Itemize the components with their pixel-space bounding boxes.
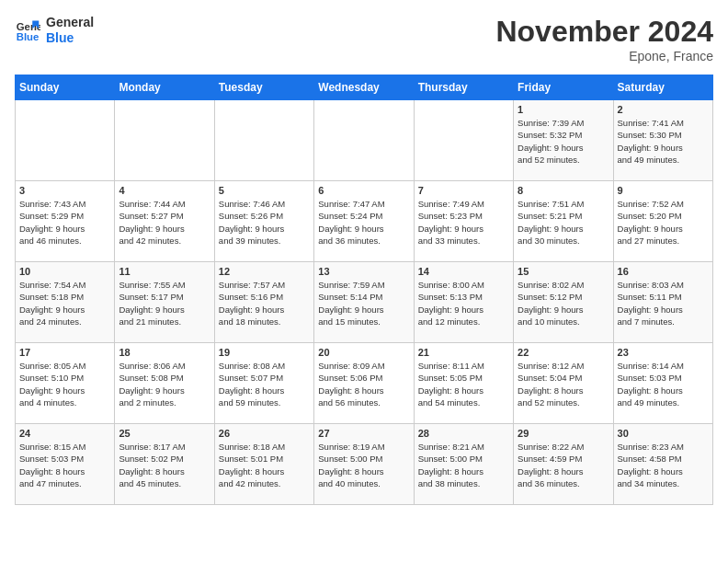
day-number: 9	[618, 185, 709, 196]
day-info: Sunrise: 7:57 AM Sunset: 5:16 PM Dayligh…	[219, 279, 310, 327]
calendar-cell: 29Sunrise: 8:22 AM Sunset: 4:59 PM Dayli…	[514, 424, 613, 505]
calendar-cell: 27Sunrise: 8:19 AM Sunset: 5:00 PM Dayli…	[314, 424, 414, 505]
calendar-table: SundayMondayTuesdayWednesdayThursdayFrid…	[15, 75, 713, 505]
day-number: 15	[518, 266, 609, 277]
calendar-cell: 23Sunrise: 8:14 AM Sunset: 5:03 PM Dayli…	[613, 343, 712, 424]
header-friday: Friday	[514, 75, 613, 100]
calendar-cell: 11Sunrise: 7:55 AM Sunset: 5:17 PM Dayli…	[115, 262, 214, 343]
week-row-2: 3Sunrise: 7:43 AM Sunset: 5:29 PM Daylig…	[16, 181, 713, 262]
week-row-5: 24Sunrise: 8:15 AM Sunset: 5:03 PM Dayli…	[16, 424, 713, 505]
calendar-cell: 12Sunrise: 7:57 AM Sunset: 5:16 PM Dayli…	[214, 262, 313, 343]
day-number: 30	[618, 428, 709, 439]
calendar-cell	[314, 100, 414, 181]
day-info: Sunrise: 8:06 AM Sunset: 5:08 PM Dayligh…	[119, 360, 210, 408]
day-number: 12	[219, 266, 310, 277]
day-info: Sunrise: 7:54 AM Sunset: 5:18 PM Dayligh…	[19, 279, 110, 327]
calendar-cell: 22Sunrise: 8:12 AM Sunset: 5:04 PM Dayli…	[514, 343, 613, 424]
calendar-cell: 13Sunrise: 7:59 AM Sunset: 5:14 PM Dayli…	[314, 262, 414, 343]
calendar-cell: 7Sunrise: 7:49 AM Sunset: 5:23 PM Daylig…	[414, 181, 513, 262]
day-number: 1	[518, 104, 609, 115]
day-number: 4	[119, 185, 210, 196]
week-row-3: 10Sunrise: 7:54 AM Sunset: 5:18 PM Dayli…	[16, 262, 713, 343]
day-info: Sunrise: 8:09 AM Sunset: 5:06 PM Dayligh…	[318, 360, 409, 408]
page-header: General Blue General Blue November 2024 …	[15, 15, 713, 63]
calendar-cell: 3Sunrise: 7:43 AM Sunset: 5:29 PM Daylig…	[16, 181, 115, 262]
day-info: Sunrise: 8:08 AM Sunset: 5:07 PM Dayligh…	[219, 360, 310, 408]
day-info: Sunrise: 8:14 AM Sunset: 5:03 PM Dayligh…	[618, 360, 709, 408]
calendar-cell: 24Sunrise: 8:15 AM Sunset: 5:03 PM Dayli…	[16, 424, 115, 505]
day-number: 22	[518, 347, 609, 358]
day-number: 23	[618, 347, 709, 358]
calendar-cell: 14Sunrise: 8:00 AM Sunset: 5:13 PM Dayli…	[414, 262, 513, 343]
calendar-cell: 4Sunrise: 7:44 AM Sunset: 5:27 PM Daylig…	[115, 181, 214, 262]
day-number: 2	[618, 104, 709, 115]
logo-icon: General Blue	[15, 17, 40, 43]
day-info: Sunrise: 7:44 AM Sunset: 5:27 PM Dayligh…	[119, 198, 210, 247]
header-sunday: Sunday	[16, 75, 115, 100]
day-info: Sunrise: 8:19 AM Sunset: 5:00 PM Dayligh…	[318, 441, 409, 489]
calendar-body: 1Sunrise: 7:39 AM Sunset: 5:32 PM Daylig…	[16, 100, 713, 505]
day-info: Sunrise: 7:51 AM Sunset: 5:21 PM Dayligh…	[518, 198, 609, 247]
day-number: 3	[19, 185, 110, 196]
day-info: Sunrise: 8:00 AM Sunset: 5:13 PM Dayligh…	[418, 279, 509, 327]
day-number: 16	[618, 266, 709, 277]
logo-blue: Blue	[46, 30, 94, 46]
week-row-4: 17Sunrise: 8:05 AM Sunset: 5:10 PM Dayli…	[16, 343, 713, 424]
day-info: Sunrise: 7:46 AM Sunset: 5:26 PM Dayligh…	[219, 198, 310, 247]
calendar-cell: 17Sunrise: 8:05 AM Sunset: 5:10 PM Dayli…	[16, 343, 115, 424]
day-number: 24	[19, 428, 110, 439]
day-number: 18	[119, 347, 210, 358]
month-year-title: November 2024	[495, 15, 713, 49]
calendar-cell	[115, 100, 214, 181]
calendar-cell: 25Sunrise: 8:17 AM Sunset: 5:02 PM Dayli…	[115, 424, 214, 505]
day-info: Sunrise: 8:03 AM Sunset: 5:11 PM Dayligh…	[618, 279, 709, 327]
day-info: Sunrise: 7:52 AM Sunset: 5:20 PM Dayligh…	[618, 198, 709, 247]
day-info: Sunrise: 8:18 AM Sunset: 5:01 PM Dayligh…	[219, 441, 310, 489]
day-info: Sunrise: 8:17 AM Sunset: 5:02 PM Dayligh…	[119, 441, 210, 489]
calendar-cell: 8Sunrise: 7:51 AM Sunset: 5:21 PM Daylig…	[514, 181, 613, 262]
calendar-cell: 1Sunrise: 7:39 AM Sunset: 5:32 PM Daylig…	[514, 100, 613, 181]
day-info: Sunrise: 7:41 AM Sunset: 5:30 PM Dayligh…	[618, 117, 709, 166]
calendar-cell: 21Sunrise: 8:11 AM Sunset: 5:05 PM Dayli…	[414, 343, 513, 424]
day-number: 20	[318, 347, 409, 358]
week-row-1: 1Sunrise: 7:39 AM Sunset: 5:32 PM Daylig…	[16, 100, 713, 181]
day-number: 7	[418, 185, 509, 196]
day-info: Sunrise: 8:21 AM Sunset: 5:00 PM Dayligh…	[418, 441, 509, 489]
calendar-cell	[214, 100, 313, 181]
header-saturday: Saturday	[613, 75, 712, 100]
day-number: 6	[318, 185, 409, 196]
day-number: 29	[518, 428, 609, 439]
day-info: Sunrise: 8:02 AM Sunset: 5:12 PM Dayligh…	[518, 279, 609, 327]
calendar-cell: 16Sunrise: 8:03 AM Sunset: 5:11 PM Dayli…	[613, 262, 712, 343]
calendar-cell: 10Sunrise: 7:54 AM Sunset: 5:18 PM Dayli…	[16, 262, 115, 343]
day-number: 21	[418, 347, 509, 358]
day-number: 25	[119, 428, 210, 439]
header-monday: Monday	[115, 75, 214, 100]
day-info: Sunrise: 7:59 AM Sunset: 5:14 PM Dayligh…	[318, 279, 409, 327]
day-info: Sunrise: 8:22 AM Sunset: 4:59 PM Dayligh…	[518, 441, 609, 489]
calendar-cell: 18Sunrise: 8:06 AM Sunset: 5:08 PM Dayli…	[115, 343, 214, 424]
calendar-cell	[16, 100, 115, 181]
day-number: 5	[219, 185, 310, 196]
calendar-header: SundayMondayTuesdayWednesdayThursdayFrid…	[16, 75, 713, 100]
day-number: 19	[219, 347, 310, 358]
day-info: Sunrise: 8:11 AM Sunset: 5:05 PM Dayligh…	[418, 360, 509, 408]
calendar-cell: 19Sunrise: 8:08 AM Sunset: 5:07 PM Dayli…	[214, 343, 313, 424]
svg-text:Blue: Blue	[17, 30, 40, 41]
day-info: Sunrise: 7:39 AM Sunset: 5:32 PM Dayligh…	[518, 117, 609, 166]
calendar-cell: 20Sunrise: 8:09 AM Sunset: 5:06 PM Dayli…	[314, 343, 414, 424]
calendar-cell	[414, 100, 513, 181]
calendar-cell: 2Sunrise: 7:41 AM Sunset: 5:30 PM Daylig…	[613, 100, 712, 181]
day-info: Sunrise: 8:15 AM Sunset: 5:03 PM Dayligh…	[19, 441, 110, 489]
day-number: 26	[219, 428, 310, 439]
day-number: 17	[19, 347, 110, 358]
location-subtitle: Epone, France	[495, 49, 713, 63]
day-info: Sunrise: 7:55 AM Sunset: 5:17 PM Dayligh…	[119, 279, 210, 327]
header-row: SundayMondayTuesdayWednesdayThursdayFrid…	[16, 75, 713, 100]
logo-general: General	[46, 15, 94, 30]
calendar-cell: 28Sunrise: 8:21 AM Sunset: 5:00 PM Dayli…	[414, 424, 513, 505]
day-number: 8	[518, 185, 609, 196]
day-info: Sunrise: 7:49 AM Sunset: 5:23 PM Dayligh…	[418, 198, 509, 247]
header-thursday: Thursday	[414, 75, 513, 100]
day-number: 13	[318, 266, 409, 277]
